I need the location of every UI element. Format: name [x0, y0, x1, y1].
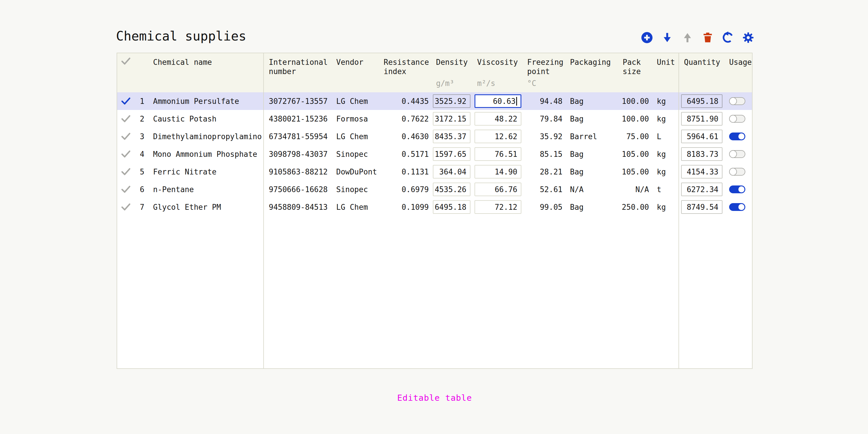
quantity-input[interactable]: 6272.34: [681, 183, 722, 196]
quantity-input[interactable]: 4154.33: [681, 165, 722, 179]
resistance-index-cell[interactable]: 0.4435: [384, 97, 431, 105]
viscosity-input[interactable]: 72.12: [474, 200, 521, 214]
unit-cell[interactable]: kg: [652, 115, 679, 123]
usage-cell: [724, 203, 752, 211]
row-checkbox[interactable]: [117, 203, 136, 211]
chemical-name-cell[interactable]: Glycol Ether PM: [147, 203, 264, 212]
pack-size-cell[interactable]: 105.00: [620, 167, 652, 176]
quantity-input[interactable]: 8183.73: [681, 147, 722, 161]
density-input[interactable]: 3172.15: [433, 112, 470, 126]
chemical-name-cell[interactable]: Ammonium Persulfate: [147, 97, 264, 105]
unit-cell[interactable]: kg: [652, 97, 679, 105]
vendor-cell[interactable]: LG Chem: [333, 203, 384, 212]
international-number-cell[interactable]: 6734781-55954: [264, 132, 333, 141]
quantity-input[interactable]: 8751.90: [681, 112, 722, 126]
vendor-cell[interactable]: LG Chem: [333, 97, 384, 105]
row-checkbox[interactable]: [117, 168, 136, 176]
viscosity-input[interactable]: 12.62: [474, 130, 521, 143]
resistance-index-cell[interactable]: 0.5171: [384, 150, 431, 159]
vendor-cell[interactable]: Sinopec: [333, 185, 384, 194]
vendor-cell[interactable]: DowDuPont: [333, 167, 384, 176]
unit-cell[interactable]: t: [652, 185, 679, 194]
resistance-index-cell[interactable]: 0.6979: [384, 185, 431, 194]
usage-toggle[interactable]: [729, 115, 745, 123]
chemical-name-cell[interactable]: Ferric Nitrate: [147, 167, 264, 176]
international-number-cell[interactable]: 9750666-16628: [264, 185, 333, 194]
density-input[interactable]: 8435.37: [433, 130, 470, 143]
quantity-input[interactable]: 5964.61: [681, 130, 722, 143]
chemical-name-cell[interactable]: Dimethylaminopropylamino: [147, 132, 264, 141]
freezing-point-cell[interactable]: 94.48: [523, 97, 566, 105]
viscosity-input[interactable]: 66.76: [474, 183, 521, 196]
packaging-cell[interactable]: N/A: [566, 185, 620, 194]
chemical-name-cell[interactable]: Mono Ammonium Phosphate: [147, 150, 264, 159]
international-number-cell[interactable]: 4380021-15236: [264, 115, 333, 123]
density-input[interactable]: 6495.18: [433, 200, 470, 214]
resistance-index-cell[interactable]: 0.4630: [384, 132, 431, 141]
international-number-cell[interactable]: 3098798-43037: [264, 150, 333, 159]
freezing-point-cell[interactable]: 99.05: [523, 203, 566, 212]
unit-cell[interactable]: kg: [652, 167, 679, 176]
packaging-cell[interactable]: Barrel: [566, 132, 620, 141]
resistance-index-cell[interactable]: 0.1099: [384, 203, 431, 212]
vendor-cell[interactable]: Formosa: [333, 115, 384, 123]
freezing-point-cell[interactable]: 85.15: [523, 150, 566, 159]
vendor-cell[interactable]: LG Chem: [333, 132, 384, 141]
packaging-cell[interactable]: Bag: [566, 203, 620, 212]
unit-cell[interactable]: kg: [652, 203, 679, 212]
undo-button[interactable]: [722, 31, 734, 44]
row-checkbox[interactable]: [117, 115, 136, 123]
move-up-button[interactable]: [681, 31, 694, 44]
viscosity-input[interactable]: 60.63: [474, 94, 521, 108]
page-title: Chemical supplies: [116, 29, 246, 43]
international-number-cell[interactable]: 9458809-84513: [264, 203, 333, 212]
usage-toggle[interactable]: [729, 132, 745, 140]
packaging-cell[interactable]: Bag: [566, 150, 620, 159]
delete-row-button[interactable]: [701, 31, 714, 44]
usage-toggle[interactable]: [729, 150, 745, 158]
pack-size-cell[interactable]: 100.00: [620, 97, 652, 105]
move-down-button[interactable]: [661, 31, 674, 44]
pack-size-cell[interactable]: N/A: [620, 185, 652, 194]
usage-toggle[interactable]: [729, 203, 745, 211]
pack-size-cell[interactable]: 75.00: [620, 132, 652, 141]
vendor-cell[interactable]: Sinopec: [333, 150, 384, 159]
chemical-name-cell[interactable]: n-Pentane: [147, 185, 264, 194]
row-checkbox[interactable]: [117, 150, 136, 158]
pack-size-cell[interactable]: 100.00: [620, 115, 652, 123]
unit-cell[interactable]: L: [652, 132, 679, 141]
unit-cell[interactable]: kg: [652, 150, 679, 159]
international-number-cell[interactable]: 9105863-88212: [264, 167, 333, 176]
quantity-input[interactable]: 8749.54: [681, 200, 722, 214]
viscosity-input[interactable]: 48.22: [474, 112, 521, 126]
freezing-point-cell[interactable]: 79.84: [523, 115, 566, 123]
packaging-cell[interactable]: Bag: [566, 97, 620, 105]
usage-toggle[interactable]: [729, 168, 745, 176]
chemical-name-cell[interactable]: Caustic Potash: [147, 115, 264, 123]
resistance-index-cell[interactable]: 0.7622: [384, 115, 431, 123]
add-row-button[interactable]: [641, 31, 653, 44]
freezing-point-cell[interactable]: 35.92: [523, 132, 566, 141]
row-checkbox[interactable]: [117, 185, 136, 193]
international-number-cell[interactable]: 3072767-13557: [264, 97, 333, 105]
row-checkbox[interactable]: [117, 97, 136, 105]
quantity-input[interactable]: 6495.18: [681, 94, 722, 108]
select-all-checkbox[interactable]: [117, 53, 136, 92]
usage-toggle[interactable]: [729, 185, 745, 193]
density-input[interactable]: 1597.65: [433, 147, 470, 161]
density-input[interactable]: 364.04: [433, 165, 470, 179]
viscosity-input[interactable]: 76.51: [474, 147, 521, 161]
packaging-cell[interactable]: Bag: [566, 115, 620, 123]
pack-size-cell[interactable]: 105.00: [620, 150, 652, 159]
freezing-point-cell[interactable]: 52.61: [523, 185, 566, 194]
freezing-point-cell[interactable]: 28.21: [523, 167, 566, 176]
settings-button[interactable]: [742, 31, 754, 44]
packaging-cell[interactable]: Bag: [566, 167, 620, 176]
resistance-index-cell[interactable]: 0.1131: [384, 167, 431, 176]
density-input[interactable]: 3525.92: [433, 94, 470, 108]
pack-size-cell[interactable]: 250.00: [620, 203, 652, 212]
row-checkbox[interactable]: [117, 132, 136, 140]
viscosity-input[interactable]: 14.90: [474, 165, 521, 179]
density-input[interactable]: 4535.26: [433, 183, 470, 196]
usage-toggle[interactable]: [729, 97, 745, 105]
